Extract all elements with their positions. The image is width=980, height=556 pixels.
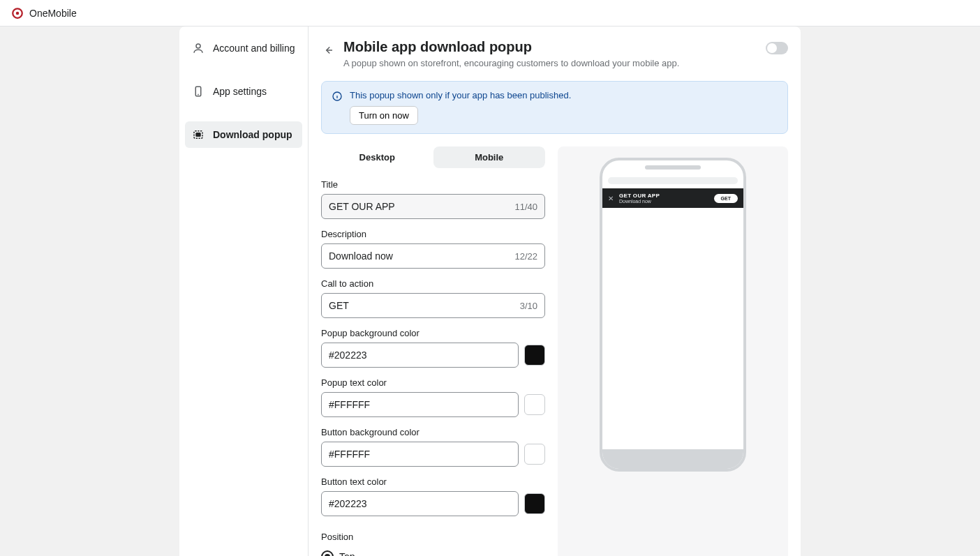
popup-bg-label: Popup background color bbox=[321, 328, 545, 338]
popup-text-input[interactable] bbox=[329, 399, 511, 410]
preview-desc: Download now bbox=[619, 199, 708, 204]
preview-title: GET OUR APP bbox=[619, 193, 708, 199]
form-column: Desktop Mobile Title 11/40 Description 1… bbox=[321, 146, 545, 556]
enable-toggle[interactable] bbox=[766, 42, 788, 54]
popup-bg-swatch[interactable] bbox=[524, 345, 545, 366]
sidebar-item-label: App settings bbox=[213, 86, 267, 97]
preview-popup: ✕ GET OUR APP Download now GET bbox=[602, 188, 743, 208]
svg-rect-6 bbox=[196, 133, 200, 137]
radio-label: Top bbox=[339, 551, 355, 556]
popup-text-swatch[interactable] bbox=[524, 394, 545, 415]
popup-bg-input-wrap bbox=[321, 343, 519, 368]
close-icon[interactable]: ✕ bbox=[608, 195, 614, 202]
sidebar-item-label: Account and billing bbox=[213, 43, 295, 54]
sidebar-item-app-settings[interactable]: App settings bbox=[185, 78, 302, 105]
popup-bg-input[interactable] bbox=[329, 350, 511, 361]
preview-column: ✕ GET OUR APP Download now GET bbox=[558, 146, 788, 556]
info-icon bbox=[332, 91, 343, 104]
brand-name: OneMobile bbox=[29, 8, 77, 19]
description-input[interactable] bbox=[329, 250, 514, 262]
cta-label: Call to action bbox=[321, 278, 545, 289]
person-icon bbox=[192, 42, 205, 54]
description-input-wrap: 12/22 bbox=[321, 243, 545, 269]
button-text-label: Button text color bbox=[321, 476, 545, 487]
sidebar-item-download-popup[interactable]: Download popup bbox=[185, 121, 302, 148]
sidebar-item-account[interactable]: Account and billing bbox=[185, 35, 302, 61]
popup-text-input-wrap bbox=[321, 392, 519, 417]
phone-footer bbox=[602, 449, 743, 469]
svg-point-2 bbox=[196, 44, 200, 48]
back-arrow-icon[interactable] bbox=[321, 43, 335, 57]
page-subtitle: A popup shown on storefront, encouraging… bbox=[343, 58, 679, 68]
app-card: Account and billing App settings Downloa… bbox=[179, 27, 801, 556]
title-label: Title bbox=[321, 179, 545, 190]
tab-mobile[interactable]: Mobile bbox=[433, 146, 546, 168]
svg-point-1 bbox=[16, 11, 20, 15]
popup-icon bbox=[192, 128, 205, 141]
top-bar: OneMobile bbox=[0, 0, 980, 27]
phone-notch bbox=[602, 160, 743, 174]
phone-icon bbox=[192, 85, 205, 98]
sidebar-item-label: Download popup bbox=[213, 129, 292, 140]
info-banner: This popup shown only if your app has be… bbox=[321, 81, 788, 134]
preview-cta-button[interactable]: GET bbox=[714, 194, 738, 203]
description-char-count: 12/22 bbox=[514, 251, 537, 262]
cta-input[interactable] bbox=[329, 300, 520, 311]
popup-text-label: Popup text color bbox=[321, 377, 545, 388]
position-label: Position bbox=[321, 532, 545, 542]
main-content: Mobile app download popup A popup shown … bbox=[309, 27, 801, 556]
button-bg-input-wrap bbox=[321, 442, 519, 467]
radio-checked-icon bbox=[321, 550, 334, 556]
brand: OneMobile bbox=[11, 7, 77, 20]
button-bg-input[interactable] bbox=[329, 449, 511, 460]
cta-char-count: 3/10 bbox=[520, 301, 537, 311]
button-bg-label: Button background color bbox=[321, 427, 545, 437]
description-label: Description bbox=[321, 229, 545, 239]
phone-urlbar bbox=[608, 177, 738, 184]
phone-speaker-icon bbox=[645, 165, 701, 170]
button-text-input-wrap bbox=[321, 491, 519, 516]
phone-preview: ✕ GET OUR APP Download now GET bbox=[600, 158, 746, 472]
turn-on-button[interactable]: Turn on now bbox=[350, 106, 418, 125]
position-radio-top[interactable]: Top bbox=[321, 550, 545, 556]
brand-logo-icon bbox=[11, 7, 24, 20]
title-input-wrap: 11/40 bbox=[321, 194, 545, 219]
tab-desktop[interactable]: Desktop bbox=[321, 146, 433, 168]
device-tabs: Desktop Mobile bbox=[321, 146, 545, 168]
sidebar: Account and billing App settings Downloa… bbox=[179, 27, 309, 556]
cta-input-wrap: 3/10 bbox=[321, 293, 545, 318]
title-input[interactable] bbox=[329, 201, 514, 212]
title-char-count: 11/40 bbox=[514, 202, 537, 212]
button-bg-swatch[interactable] bbox=[524, 444, 545, 465]
banner-message: This popup shown only if your app has be… bbox=[350, 90, 571, 100]
page-title: Mobile app download popup bbox=[343, 39, 679, 55]
button-text-swatch[interactable] bbox=[524, 493, 545, 514]
button-text-input[interactable] bbox=[329, 498, 511, 509]
